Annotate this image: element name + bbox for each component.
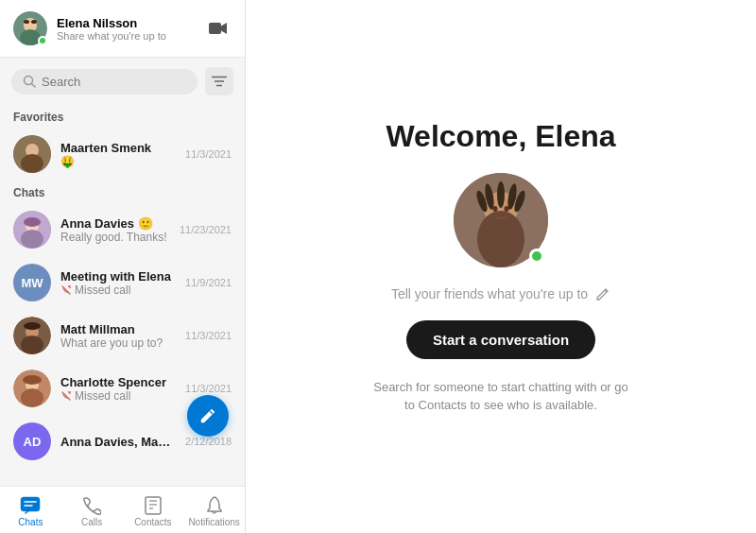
- search-container: [0, 58, 245, 105]
- message-time: 11/3/2021: [185, 148, 232, 160]
- svg-rect-6: [209, 23, 221, 34]
- nav-item-contacts[interactable]: Contacts: [123, 494, 184, 529]
- contact-avatar: [13, 135, 51, 173]
- svg-point-21: [21, 335, 43, 354]
- contact-avatar: MW: [13, 264, 51, 301]
- contacts-nav-label: Contacts: [134, 517, 171, 527]
- contact-name: Anna Davies, Maarten...: [60, 435, 176, 449]
- contact-name: Meeting with Elena: [60, 269, 176, 284]
- welcome-title: Welcome, Elena: [386, 119, 615, 154]
- message-time: 2/12/2018: [185, 436, 232, 447]
- svg-point-25: [21, 388, 43, 407]
- svg-point-18: [24, 217, 41, 227]
- compose-button[interactable]: [187, 395, 229, 437]
- svg-point-38: [497, 181, 505, 208]
- favorites-label: Favorites: [0, 105, 245, 128]
- list-item[interactable]: Matt Millman What are you up to? 11/3/20…: [0, 309, 245, 362]
- search-wrapper[interactable]: [11, 69, 198, 95]
- contact-avatar: [13, 317, 51, 354]
- profile-name: Elena Nilsson: [57, 16, 166, 30]
- message-time: 11/9/2021: [185, 277, 232, 288]
- contact-info: Charlotte Spencer Missed call: [60, 375, 176, 403]
- filter-button[interactable]: [205, 67, 233, 95]
- svg-point-42: [493, 206, 498, 212]
- message-time: 11/3/2021: [185, 383, 232, 394]
- missed-call-icon: [60, 284, 72, 296]
- notifications-nav-label: Notifications: [188, 517, 239, 527]
- start-conversation-button[interactable]: Start a conversation: [406, 320, 595, 359]
- svg-point-41: [477, 211, 524, 267]
- notifications-nav-icon: [206, 496, 223, 515]
- chat-list: Anna Davies 🙂 Really good. Thanks! 11/23…: [0, 203, 245, 486]
- message-time: 11/3/2021: [185, 330, 232, 341]
- contact-name: Charlotte Spencer: [60, 375, 176, 389]
- contacts-nav-icon: [144, 496, 163, 515]
- contact-avatar: [13, 370, 51, 407]
- nav-item-notifications[interactable]: Notifications: [183, 494, 245, 529]
- chats-nav-icon: [20, 496, 41, 515]
- last-message: 🤑: [60, 155, 176, 168]
- edit-icon: [595, 286, 610, 301]
- contact-info: Anna Davies, Maarten...: [60, 435, 176, 449]
- user-online-dot: [529, 249, 544, 264]
- svg-rect-30: [146, 497, 161, 514]
- contact-info: Matt Millman What are you up to?: [60, 322, 176, 350]
- missed-call-icon: [60, 390, 72, 402]
- avatar-container: [13, 11, 47, 45]
- nav-item-chats[interactable]: Chats: [0, 494, 61, 529]
- last-message: What are you up to?: [60, 336, 176, 350]
- last-message: Missed call: [60, 284, 176, 297]
- profile-status: Share what you're up to: [57, 30, 166, 42]
- video-icon[interactable]: [205, 15, 232, 42]
- list-item[interactable]: Maarten Smenk 🤑 11/3/2021: [0, 128, 245, 181]
- status-input-area[interactable]: Tell your friends what you're up to: [391, 286, 610, 301]
- chats-label: Chats: [0, 181, 245, 203]
- calls-nav-icon: [82, 496, 101, 515]
- user-photo-container: [454, 173, 548, 267]
- profile-header-left: Elena Nilsson Share what you're up to: [13, 11, 166, 45]
- search-input[interactable]: [42, 75, 186, 89]
- svg-point-17: [21, 230, 43, 249]
- profile-header: Elena Nilsson Share what you're up to: [0, 0, 245, 58]
- svg-point-43: [505, 206, 509, 212]
- svg-line-8: [32, 84, 36, 88]
- list-item[interactable]: Anna Davies 🙂 Really good. Thanks! 11/23…: [0, 203, 245, 256]
- main-content: Welcome, Elena Tell your friends what y: [246, 0, 756, 533]
- profile-info: Elena Nilsson Share what you're up to: [57, 16, 166, 42]
- svg-point-4: [24, 20, 29, 24]
- last-message: Missed call: [60, 389, 176, 403]
- contact-avatar: [13, 211, 51, 249]
- sidebar: Elena Nilsson Share what you're up to: [0, 0, 246, 533]
- calls-nav-label: Calls: [81, 517, 102, 527]
- search-description: Search for someone to start chatting wit…: [369, 378, 633, 415]
- contact-info: Meeting with Elena Missed call: [60, 269, 176, 297]
- chats-nav-label: Chats: [18, 517, 43, 527]
- contact-info: Anna Davies 🙂 Really good. Thanks!: [60, 216, 170, 244]
- last-message: Really good. Thanks!: [60, 231, 170, 244]
- svg-point-26: [23, 375, 42, 385]
- svg-rect-27: [21, 497, 40, 511]
- status-placeholder-text: Tell your friends what you're up to: [391, 286, 588, 301]
- svg-point-14: [21, 154, 43, 173]
- list-item[interactable]: MW Meeting with Elena Missed call 11/9/2…: [0, 256, 245, 309]
- nav-item-calls[interactable]: Calls: [61, 494, 123, 529]
- online-indicator: [38, 36, 47, 45]
- svg-point-22: [24, 322, 41, 330]
- contact-name: Matt Millman: [60, 322, 176, 336]
- svg-point-3: [24, 18, 37, 29]
- contact-avatar: AD: [13, 422, 51, 460]
- contact-info: Maarten Smenk 🤑: [60, 141, 176, 168]
- svg-point-5: [31, 20, 37, 24]
- search-icon: [23, 75, 36, 88]
- contact-name: Maarten Smenk: [60, 141, 176, 155]
- message-time: 11/23/2021: [180, 224, 232, 235]
- bottom-navigation: Chats Calls Contacts Notifications: [0, 486, 245, 533]
- contact-name: Anna Davies 🙂: [60, 216, 170, 231]
